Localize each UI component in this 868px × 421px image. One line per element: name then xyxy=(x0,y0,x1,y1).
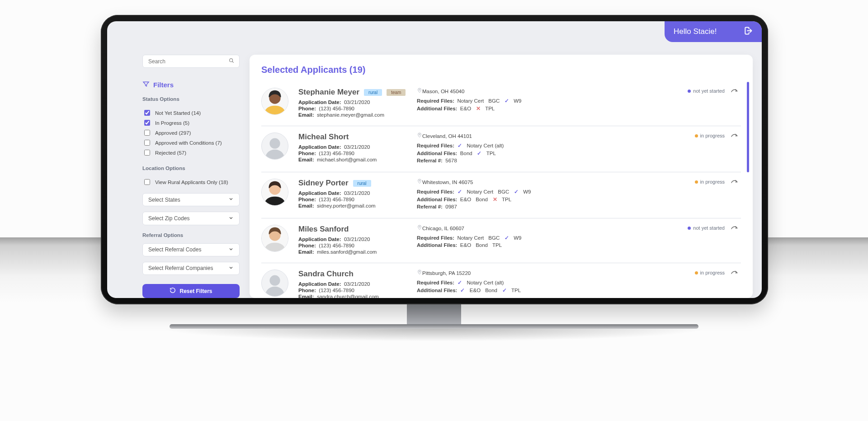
check-icon: ✓ xyxy=(514,189,519,195)
applicant-files: Cleveland, OH 44101 in progress Required… xyxy=(417,132,725,165)
chevron-down-icon xyxy=(228,196,234,203)
additional-files: Additional Files: E&OBond✕TPL xyxy=(417,196,725,203)
applicant-files: Chicago, IL 60607 not yet started Requir… xyxy=(417,225,725,255)
chevron-down-icon xyxy=(228,215,234,222)
file-chip: ✓W9 xyxy=(504,235,521,241)
greeting-text: Hello Stacie! xyxy=(674,27,717,36)
share-button[interactable] xyxy=(730,270,741,298)
location: Mason, OH 45040 xyxy=(417,88,464,94)
status-dot-icon xyxy=(695,271,698,274)
location-options-title: Location Options xyxy=(142,166,240,171)
status-label: Approved with Conditions (7) xyxy=(155,140,222,146)
file-chip: ✓Notary Cert (alt) xyxy=(457,280,504,285)
file-chip: TPL xyxy=(492,242,502,248)
rural-only-input[interactable] xyxy=(144,179,150,185)
svg-point-9 xyxy=(419,180,420,181)
applicant-card[interactable]: Sandra Church Application Date: 03/21/20… xyxy=(261,263,741,298)
referral-line: Referral #: 5678 xyxy=(417,158,725,163)
rural-only-checkbox[interactable]: View Rural Applicants Only (18) xyxy=(142,178,240,186)
required-files: Required Files: ✓Notary Cert (alt) xyxy=(417,279,725,286)
select-referral-companies[interactable]: Select Referral Companies xyxy=(142,262,240,275)
svg-point-14 xyxy=(419,271,420,272)
file-chip: Bond xyxy=(485,288,497,293)
scrollbar-thumb[interactable] xyxy=(747,82,749,172)
select-zip-codes[interactable]: Select Zip Codes xyxy=(142,212,240,225)
monitor-bezel: Hello Stacie! xyxy=(101,15,768,304)
share-button[interactable] xyxy=(730,179,741,211)
applicant-info: Sandra Church Application Date: 03/21/20… xyxy=(298,270,411,298)
reset-label: Reset Filters xyxy=(179,288,212,294)
referral-options-title: Referral Options xyxy=(142,232,240,238)
status-checkbox[interactable] xyxy=(144,140,150,146)
applicant-name: Stephanie Meyer xyxy=(298,88,359,97)
avatar xyxy=(261,270,288,297)
required-files: Required Files: ✓Notary CertBGC✓W9 xyxy=(417,189,725,195)
svg-point-5 xyxy=(269,138,280,149)
select-states-label: Select States xyxy=(148,197,180,203)
logout-icon[interactable] xyxy=(744,26,753,38)
file-chip: ✓E&O xyxy=(460,288,481,293)
search-box[interactable] xyxy=(142,55,240,68)
svg-point-13 xyxy=(269,275,280,286)
applicant-name: Micheal Short xyxy=(298,132,349,142)
chevron-down-icon xyxy=(228,265,234,272)
referral-line: Referral #: 0987 xyxy=(417,204,725,209)
file-chip: ✕TPL xyxy=(476,106,495,111)
applicant-card[interactable]: Micheal Short Application Date: 03/21/20… xyxy=(261,126,741,172)
status-checkbox[interactable] xyxy=(144,110,150,116)
status-dot-icon xyxy=(688,227,691,230)
avatar xyxy=(261,132,288,160)
applicant-card[interactable]: Stephanie Meyerruralteam Application Dat… xyxy=(261,81,741,126)
select-states[interactable]: Select States xyxy=(142,193,240,206)
status-checkbox[interactable] xyxy=(144,120,150,126)
layout: Filters Status Options Not Yet Started (… xyxy=(107,21,762,298)
status-option[interactable]: Approved (297) xyxy=(142,128,240,137)
select-zip-label: Select Zip Codes xyxy=(148,215,189,222)
svg-point-0 xyxy=(230,59,233,62)
status-label: Not Yet Started (14) xyxy=(155,110,201,116)
reset-filters-button[interactable]: Reset Filters xyxy=(142,284,240,298)
status-option[interactable]: Approved with Conditions (7) xyxy=(142,138,240,147)
applicant-info: Stephanie Meyerruralteam Application Dat… xyxy=(298,88,411,118)
monitor-foot xyxy=(170,324,698,329)
status-option[interactable]: Not Yet Started (14) xyxy=(142,109,240,117)
applicant-card[interactable]: Sidney Porterrural Application Date: 03/… xyxy=(261,172,741,218)
check-icon: ✓ xyxy=(457,189,462,195)
applicant-info: Miles Sanford Application Date: 03/21/20… xyxy=(298,225,411,255)
status-badge: in progress xyxy=(695,133,725,138)
main-panel: Selected Applicants (19) Stephanie Meyer… xyxy=(250,55,753,298)
file-chip: Notary Cert xyxy=(457,235,484,241)
applicant-info: Sidney Porterrural Application Date: 03/… xyxy=(298,179,411,211)
status-checkbox[interactable] xyxy=(144,150,150,156)
share-button[interactable] xyxy=(730,132,741,165)
scrollbar-track[interactable] xyxy=(747,82,749,289)
search-input[interactable] xyxy=(147,58,228,65)
location: Whitestown, IN 46075 xyxy=(417,179,473,185)
status-option[interactable]: In Progress (5) xyxy=(142,118,240,127)
status-badge: in progress xyxy=(695,270,725,275)
status-checkbox[interactable] xyxy=(144,130,150,136)
file-chip: Bond xyxy=(476,242,488,248)
check-icon: ✓ xyxy=(477,150,482,156)
check-icon: ✓ xyxy=(457,279,462,286)
required-files: Required Files: Notary CertBGC✓W9 xyxy=(417,235,725,241)
applicant-card[interactable]: Miles Sanford Application Date: 03/21/20… xyxy=(261,218,741,263)
share-button[interactable] xyxy=(730,88,741,118)
additional-files: Additional Files: E&OBondTPL xyxy=(417,242,725,248)
filters-title: Filters xyxy=(153,81,174,89)
file-chip: BGC xyxy=(488,98,500,104)
select-referral-codes-label: Select Referral Codes xyxy=(148,246,201,253)
applicant-files: Pittsburgh, PA 15220 in progress Require… xyxy=(417,270,725,298)
select-referral-codes[interactable]: Select Referral Codes xyxy=(142,243,240,256)
status-option[interactable]: Rejected (57) xyxy=(142,148,240,157)
check-icon: ✓ xyxy=(504,235,509,241)
tag-rural: rural xyxy=(353,180,371,187)
status-label: Rejected (57) xyxy=(155,150,186,156)
file-chip: ✓TPL xyxy=(502,288,521,293)
file-chip: ✓Notary Cert (alt) xyxy=(457,143,504,148)
share-button[interactable] xyxy=(730,225,741,255)
sidebar: Filters Status Options Not Yet Started (… xyxy=(142,55,240,298)
tag-team: team xyxy=(387,89,406,96)
file-chip: ✓TPL xyxy=(477,151,496,156)
avatar xyxy=(261,179,288,206)
